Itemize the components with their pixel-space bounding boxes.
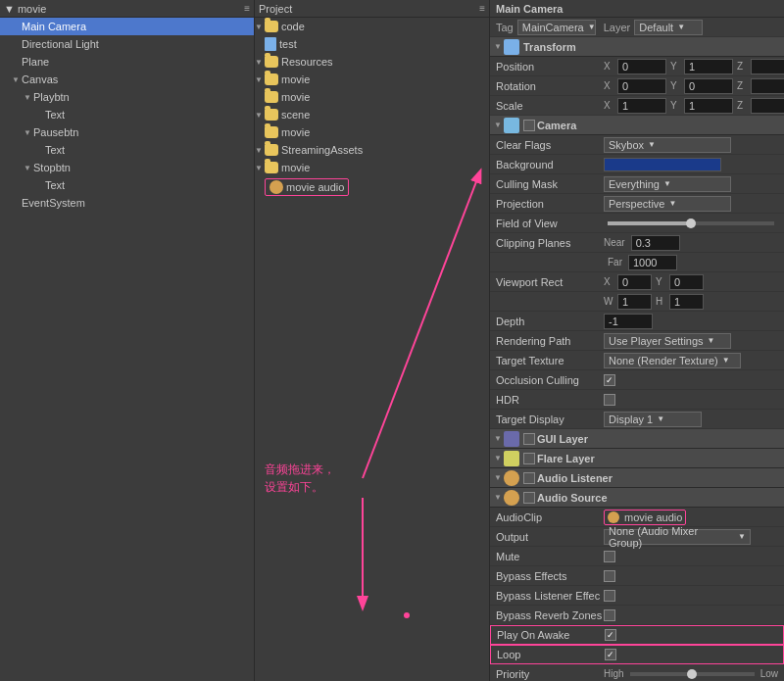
position-z[interactable]: [751, 59, 784, 74]
play-on-awake-row: Play On Awake: [490, 625, 784, 645]
project-header: Project ≡: [255, 0, 489, 18]
priority-slider-handle[interactable]: [687, 669, 697, 679]
output-dropdown[interactable]: None (Audio Mixer Group): [604, 529, 751, 545]
hierarchy-item-canvas[interactable]: Canvas: [0, 71, 254, 88]
hierarchy-item-stopbtn-text[interactable]: Text: [0, 176, 254, 194]
project-item-resources[interactable]: Resources: [255, 53, 489, 71]
clear-flags-row: Clear Flags Skybox: [490, 135, 784, 155]
hierarchy-item-label: Stopbtn: [33, 162, 71, 173]
expand-icon[interactable]: [255, 23, 265, 31]
expand-icon[interactable]: [255, 164, 265, 172]
project-item-test[interactable]: test: [255, 35, 489, 53]
viewport-x[interactable]: [617, 274, 652, 290]
flare-layer-checkbox[interactable]: [523, 453, 535, 464]
occlusion-culling-checkbox[interactable]: [604, 374, 615, 386]
expand-icon[interactable]: [24, 128, 33, 137]
layer-dropdown[interactable]: Default: [634, 20, 703, 35]
audio-listener-checkbox[interactable]: [523, 472, 535, 484]
viewport-y[interactable]: [669, 274, 704, 290]
expand-icon[interactable]: [24, 164, 33, 172]
mute-checkbox[interactable]: [604, 551, 615, 562]
expand-icon[interactable]: [255, 58, 265, 67]
expand-icon[interactable]: [12, 75, 22, 84]
project-item-label: movie audio: [286, 181, 344, 193]
position-y[interactable]: [684, 59, 733, 74]
hierarchy-item-label: EventSystem: [22, 197, 85, 209]
scale-y[interactable]: [684, 98, 733, 114]
gui-layer-header[interactable]: GUI Layer: [490, 429, 784, 449]
play-on-awake-checkbox[interactable]: [605, 629, 616, 641]
clipping-near[interactable]: [631, 235, 680, 251]
audio-source-checkbox[interactable]: [523, 492, 535, 504]
bypass-reverb-checkbox[interactable]: [604, 609, 615, 621]
hierarchy-menu[interactable]: ≡: [244, 3, 250, 14]
scale-z[interactable]: [751, 98, 784, 114]
inspector-object-name: Main Camera: [496, 3, 563, 15]
audio-source-header[interactable]: Audio Source: [490, 488, 784, 508]
project-item-movie-audio[interactable]: movie audio: [255, 178, 489, 196]
hierarchy-item-directional-light[interactable]: Directional Light: [0, 35, 254, 53]
tag-label: Tag: [496, 22, 514, 33]
project-item-code[interactable]: code: [255, 18, 489, 35]
fov-slider-handle[interactable]: [686, 219, 696, 228]
culling-mask-dropdown[interactable]: Everything: [604, 176, 731, 192]
clipping-far[interactable]: [628, 255, 677, 270]
tag-dropdown[interactable]: MainCamera: [517, 20, 596, 35]
clear-flags-dropdown[interactable]: Skybox: [604, 137, 731, 153]
hierarchy-item-main-camera[interactable]: Main Camera: [0, 18, 254, 35]
hierarchy-item-playbtn[interactable]: Playbtn: [0, 88, 254, 106]
target-display-label: Target Display: [496, 413, 604, 425]
projection-row: Projection Perspective: [490, 194, 784, 214]
project-item-streaming[interactable]: StreamingAssets: [255, 141, 489, 159]
svg-line-1: [363, 171, 480, 478]
viewport-h[interactable]: [669, 294, 704, 310]
audio-listener-expand-icon: [494, 473, 504, 482]
hierarchy-item-pausebtn[interactable]: Pausebtn: [0, 123, 254, 141]
position-x[interactable]: [617, 59, 666, 74]
project-item-movie2[interactable]: movie: [255, 88, 489, 106]
viewport-w[interactable]: [617, 294, 652, 310]
depth-value[interactable]: [604, 314, 653, 329]
project-item-movie3[interactable]: movie: [255, 123, 489, 141]
hierarchy-item-playbtn-text[interactable]: Text: [0, 106, 254, 123]
audio-listener-header[interactable]: Audio Listener: [490, 468, 784, 488]
transform-section-header[interactable]: Transform: [490, 37, 784, 57]
clipping-far-value: Far: [608, 255, 778, 270]
scale-x[interactable]: [617, 98, 666, 114]
flare-layer-header[interactable]: Flare Layer: [490, 449, 784, 468]
gui-layer-checkbox[interactable]: [523, 433, 535, 445]
expand-icon[interactable]: [255, 75, 265, 84]
hierarchy-item-pausebtn-text[interactable]: Text: [0, 141, 254, 159]
gui-layer-icon: [504, 431, 519, 447]
transform-expand-icon: [494, 42, 504, 51]
project-item-scene[interactable]: scene: [255, 106, 489, 123]
project-item-movie1[interactable]: movie: [255, 71, 489, 88]
transform-icon: [504, 39, 519, 55]
hdr-checkbox[interactable]: [604, 394, 615, 406]
audioclip-ref-box[interactable]: movie audio: [604, 510, 686, 525]
target-texture-label: Target Texture: [496, 355, 604, 366]
target-texture-dropdown[interactable]: None (Render Texture): [604, 353, 741, 368]
hierarchy-item-plane[interactable]: Plane: [0, 53, 254, 71]
target-display-dropdown[interactable]: Display 1: [604, 412, 702, 427]
rotation-z[interactable]: [751, 78, 784, 94]
hierarchy-item-eventsystem[interactable]: EventSystem: [0, 194, 254, 212]
bypass-listener-checkbox[interactable]: [604, 590, 615, 602]
background-color-field[interactable]: [604, 158, 721, 171]
camera-enabled-checkbox[interactable]: [523, 120, 535, 131]
rotation-y[interactable]: [684, 78, 733, 94]
bypass-effects-checkbox[interactable]: [604, 570, 615, 582]
occlusion-culling-row: Occlusion Culling: [490, 370, 784, 390]
projection-dropdown[interactable]: Perspective: [604, 196, 731, 212]
project-menu[interactable]: ≡: [479, 3, 485, 14]
project-item-movie4[interactable]: movie: [255, 159, 489, 176]
expand-icon[interactable]: [255, 111, 265, 120]
expand-icon[interactable]: [255, 146, 265, 155]
expand-icon[interactable]: [24, 93, 33, 102]
rotation-x[interactable]: [617, 78, 666, 94]
rendering-path-dropdown[interactable]: Use Player Settings: [604, 333, 731, 349]
project-item-label: movie: [281, 91, 310, 103]
hierarchy-item-stopbtn[interactable]: Stopbtn: [0, 159, 254, 176]
camera-section-header[interactable]: Camera: [490, 116, 784, 135]
loop-checkbox[interactable]: [605, 649, 616, 660]
